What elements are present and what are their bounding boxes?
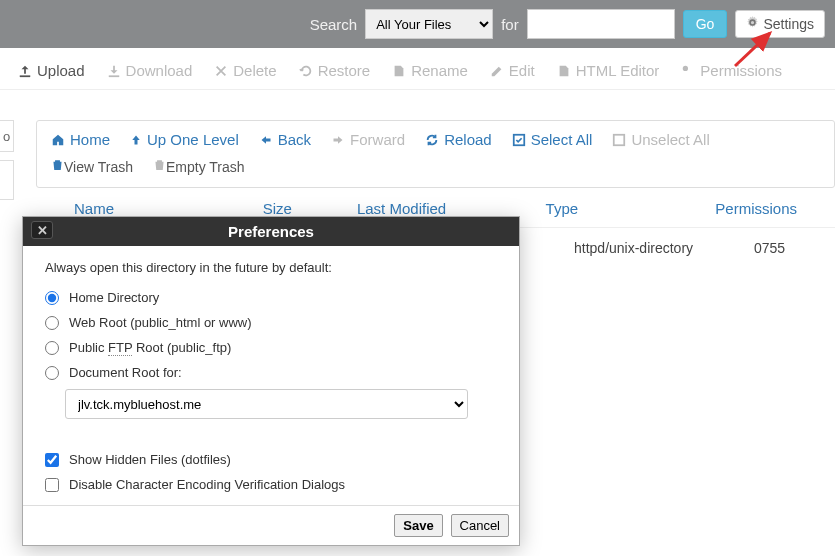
document-root-select[interactable]: jlv.tck.mybluehost.me <box>65 389 468 419</box>
upload-label: Upload <box>37 62 85 79</box>
back-link[interactable]: Back <box>259 131 311 148</box>
up-one-level-link[interactable]: Up One Level <box>130 131 239 148</box>
delete-button[interactable]: Delete <box>214 62 276 79</box>
cell-perms: 0755 <box>754 240 797 256</box>
delete-label: Delete <box>233 62 276 79</box>
unselect-all-label: Unselect All <box>631 131 709 148</box>
edit-label: Edit <box>509 62 535 79</box>
upload-button[interactable]: Upload <box>18 62 85 79</box>
checkbox-hidden-input[interactable] <box>45 453 59 467</box>
col-type[interactable]: Type <box>546 200 716 217</box>
download-button[interactable]: Download <box>107 62 193 79</box>
home-link[interactable]: Home <box>51 131 110 148</box>
radio-webroot-input[interactable] <box>45 316 59 330</box>
home-label: Home <box>70 131 110 148</box>
preferences-modal: ✕ Preferences Always open this directory… <box>22 216 520 546</box>
forward-link[interactable]: Forward <box>331 131 405 148</box>
top-search-bar: Search All Your Files for Go Settings <box>0 0 835 48</box>
nav-container: Home Up One Level Back Forward Reload Se… <box>36 120 835 188</box>
empty-trash-link[interactable]: Empty Trash <box>153 158 245 175</box>
permissions-label: Permissions <box>700 62 782 79</box>
col-size[interactable]: Size <box>263 200 357 217</box>
checkbox-encoding-label: Disable Character Encoding Verification … <box>69 477 345 492</box>
radio-home-directory[interactable]: Home Directory <box>45 285 497 310</box>
rename-button[interactable]: Rename <box>392 62 468 79</box>
checkbox-disable-encoding[interactable]: Disable Character Encoding Verification … <box>45 472 497 497</box>
unselect-all-link[interactable]: Unselect All <box>612 131 709 148</box>
modal-titlebar: ✕ Preferences <box>23 217 519 246</box>
restore-label: Restore <box>318 62 371 79</box>
settings-label: Settings <box>763 16 814 32</box>
radio-home-input[interactable] <box>45 291 59 305</box>
modal-title-text: Preferences <box>228 223 314 240</box>
left-panel-sliver: o <box>0 120 14 200</box>
view-trash-label: View Trash <box>64 159 133 175</box>
html-editor-label: HTML Editor <box>576 62 660 79</box>
radio-docroot-label: Document Root for: <box>69 365 182 380</box>
permissions-button[interactable]: Permissions <box>681 62 782 79</box>
svg-rect-2 <box>614 134 625 145</box>
modal-footer: Save Cancel <box>23 505 519 545</box>
edit-button[interactable]: Edit <box>490 62 535 79</box>
left-empty-box <box>0 160 14 200</box>
nav-primary: Home Up One Level Back Forward Reload Se… <box>37 121 834 158</box>
select-all-link[interactable]: Select All <box>512 131 593 148</box>
radio-ftp-label: Public FTP Root (public_ftp) <box>69 340 231 355</box>
checkbox-encoding-input[interactable] <box>45 478 59 492</box>
radio-webroot-label: Web Root (public_html or www) <box>69 315 252 330</box>
rename-label: Rename <box>411 62 468 79</box>
cell-type: httpd/unix-directory <box>574 240 754 256</box>
reload-label: Reload <box>444 131 492 148</box>
empty-trash-label: Empty Trash <box>166 159 245 175</box>
modal-intro: Always open this directory in the future… <box>45 260 497 275</box>
forward-label: Forward <box>350 131 405 148</box>
up-label: Up One Level <box>147 131 239 148</box>
col-modified[interactable]: Last Modified <box>357 200 546 217</box>
select-all-label: Select All <box>531 131 593 148</box>
search-scope-select[interactable]: All Your Files <box>365 9 493 39</box>
back-label: Back <box>278 131 311 148</box>
checkbox-show-hidden[interactable]: Show Hidden Files (dotfiles) <box>45 447 497 472</box>
checkbox-hidden-label: Show Hidden Files (dotfiles) <box>69 452 231 467</box>
svg-point-0 <box>683 65 688 70</box>
close-icon[interactable]: ✕ <box>31 221 53 239</box>
reload-link[interactable]: Reload <box>425 131 492 148</box>
html-editor-button[interactable]: HTML Editor <box>557 62 660 79</box>
save-button[interactable]: Save <box>394 514 442 537</box>
download-label: Download <box>126 62 193 79</box>
radio-document-root[interactable]: Document Root for: <box>45 360 497 385</box>
go-button[interactable]: Go <box>683 10 728 38</box>
gear-icon <box>746 16 759 32</box>
search-label: Search <box>310 16 358 33</box>
action-toolbar: Upload Download Delete Restore Rename Ed… <box>0 48 835 90</box>
radio-ftp-input[interactable] <box>45 341 59 355</box>
search-input[interactable] <box>527 9 675 39</box>
for-label: for <box>501 16 519 33</box>
cancel-button[interactable]: Cancel <box>451 514 509 537</box>
col-perms[interactable]: Permissions <box>715 200 797 217</box>
restore-button[interactable]: Restore <box>299 62 371 79</box>
settings-button[interactable]: Settings <box>735 10 825 38</box>
radio-home-label: Home Directory <box>69 290 159 305</box>
radio-docroot-input[interactable] <box>45 366 59 380</box>
left-letter: o <box>0 120 14 152</box>
nav-secondary: View Trash Empty Trash <box>37 158 834 187</box>
radio-ftp-root[interactable]: Public FTP Root (public_ftp) <box>45 335 497 360</box>
radio-web-root[interactable]: Web Root (public_html or www) <box>45 310 497 335</box>
modal-body: Always open this directory in the future… <box>23 246 519 505</box>
view-trash-link[interactable]: View Trash <box>51 158 133 175</box>
col-name[interactable]: Name <box>74 200 263 217</box>
